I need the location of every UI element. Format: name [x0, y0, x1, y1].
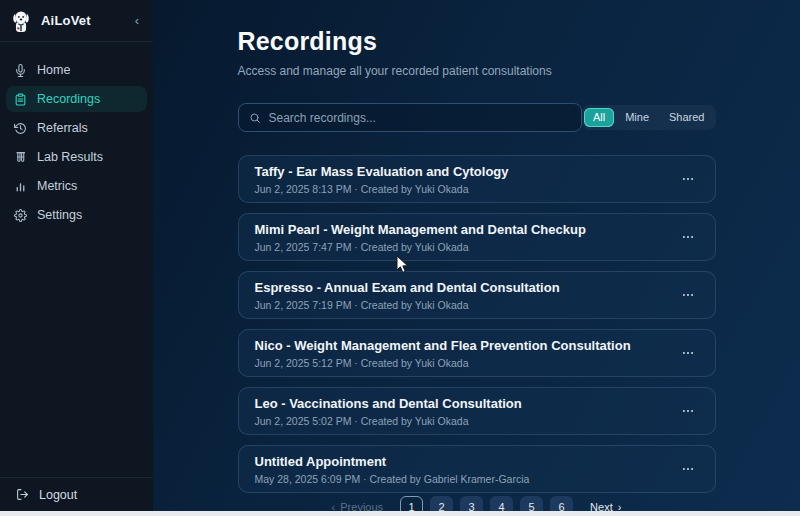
ellipsis-icon [681, 288, 695, 302]
recording-card[interactable]: Espresso - Annual Exam and Dental Consul… [238, 271, 716, 319]
filter-mine-button[interactable]: Mine [616, 108, 658, 127]
ellipsis-icon [681, 230, 695, 244]
recordings-list: Taffy - Ear Mass Evaluation and Cytology… [238, 155, 716, 493]
chevron-left-icon: ‹ [332, 501, 336, 512]
logout-label: Logout [39, 488, 77, 502]
ellipsis-menu-button[interactable] [677, 284, 699, 306]
test-tubes-icon [14, 151, 27, 164]
sidebar-item-settings[interactable]: Settings [6, 202, 147, 228]
ellipsis-icon [681, 346, 695, 360]
sidebar-item-label: Settings [37, 208, 82, 222]
logout-icon [16, 488, 29, 501]
window-bottom-edge [0, 511, 800, 516]
sidebar-item-home[interactable]: Home [6, 57, 147, 83]
chevron-right-icon: › [618, 501, 622, 512]
recording-title: Leo - Vaccinations and Dental Consultati… [255, 396, 522, 411]
recording-meta: Jun 2, 2025 8:13 PM · Created by Yuki Ok… [255, 183, 509, 195]
recording-title: Untitled Appointment [255, 454, 530, 469]
recording-card[interactable]: Untitled Appointment May 28, 2025 6:09 P… [238, 445, 716, 493]
ailovet-dog-logo-icon [10, 8, 32, 34]
previous-page-button[interactable]: ‹Previous [328, 499, 387, 512]
ellipsis-menu-button[interactable] [677, 226, 699, 248]
recording-card[interactable]: Nico - Weight Management and Flea Preven… [238, 329, 716, 377]
main-content: Recordings Access and manage all your re… [153, 0, 800, 511]
recording-meta: Jun 2, 2025 5:12 PM · Created by Yuki Ok… [255, 357, 631, 369]
sidebar-header: AiLoVet ‹ [0, 0, 153, 42]
page-button-6[interactable]: 6 [550, 496, 573, 511]
sidebar-item-referrals[interactable]: Referrals [6, 115, 147, 141]
search-input[interactable] [269, 111, 571, 125]
recording-meta: Jun 2, 2025 5:02 PM · Created by Yuki Ok… [255, 415, 522, 427]
page-button-5[interactable]: 5 [520, 496, 543, 511]
sidebar: AiLoVet ‹ Home Recordings Referrals Lab … [0, 0, 153, 511]
toolbar: All Mine Shared [238, 103, 716, 132]
filter-shared-button[interactable]: Shared [660, 108, 713, 127]
sidebar-item-label: Home [37, 63, 70, 77]
recording-card[interactable]: Leo - Vaccinations and Dental Consultati… [238, 387, 716, 435]
sidebar-item-label: Recordings [37, 92, 100, 106]
sidebar-item-recordings[interactable]: Recordings [6, 86, 147, 112]
sidebar-nav: Home Recordings Referrals Lab Results Me… [0, 42, 153, 228]
page-button-3[interactable]: 3 [460, 496, 483, 511]
recording-meta: Jun 2, 2025 7:19 PM · Created by Yuki Ok… [255, 299, 560, 311]
sidebar-item-metrics[interactable]: Metrics [6, 173, 147, 199]
ellipsis-icon [681, 172, 695, 186]
sidebar-collapse-button[interactable]: ‹ [131, 11, 143, 30]
next-page-button[interactable]: Next› [586, 499, 625, 512]
page-title: Recordings [238, 27, 716, 56]
app-title: AiLoVet [41, 13, 91, 28]
sidebar-item-label: Lab Results [37, 150, 103, 164]
ellipsis-icon [681, 462, 695, 476]
filter-all-button[interactable]: All [584, 108, 614, 127]
recording-title: Espresso - Annual Exam and Dental Consul… [255, 280, 560, 295]
sidebar-item-label: Referrals [37, 121, 88, 135]
recording-title: Nico - Weight Management and Flea Preven… [255, 338, 631, 353]
ellipsis-icon [681, 404, 695, 418]
pagination: ‹Previous 1 2 3 4 5 6Next› [238, 496, 716, 511]
filter-segmented-control: All Mine Shared [582, 105, 716, 130]
recording-card[interactable]: Taffy - Ear Mass Evaluation and Cytology… [238, 155, 716, 203]
history-icon [14, 122, 27, 135]
logout-button[interactable]: Logout [0, 477, 153, 511]
ellipsis-menu-button[interactable] [677, 458, 699, 480]
search-icon [249, 112, 261, 124]
app-window: AiLoVet ‹ Home Recordings Referrals Lab … [0, 0, 800, 511]
microphone-icon [14, 64, 27, 77]
sidebar-item-lab-results[interactable]: Lab Results [6, 144, 147, 170]
page-button-2[interactable]: 2 [430, 496, 453, 511]
clipboard-icon [14, 93, 27, 106]
ellipsis-menu-button[interactable] [677, 168, 699, 190]
recording-meta: May 28, 2025 6:09 PM · Created by Gabrie… [255, 473, 530, 485]
search-box[interactable] [238, 103, 582, 132]
recording-meta: Jun 2, 2025 7:47 PM · Created by Yuki Ok… [255, 241, 586, 253]
recording-card[interactable]: Mimi Pearl - Weight Management and Denta… [238, 213, 716, 261]
gear-icon [14, 209, 27, 222]
recording-title: Mimi Pearl - Weight Management and Denta… [255, 222, 586, 237]
ellipsis-menu-button[interactable] [677, 400, 699, 422]
recording-title: Taffy - Ear Mass Evaluation and Cytology [255, 164, 509, 179]
page-button-1[interactable]: 1 [400, 496, 423, 511]
page-button-4[interactable]: 4 [490, 496, 513, 511]
sidebar-item-label: Metrics [37, 179, 77, 193]
bar-chart-icon [14, 180, 27, 193]
ellipsis-menu-button[interactable] [677, 342, 699, 364]
page-subtitle: Access and manage all your recorded pati… [238, 64, 716, 78]
